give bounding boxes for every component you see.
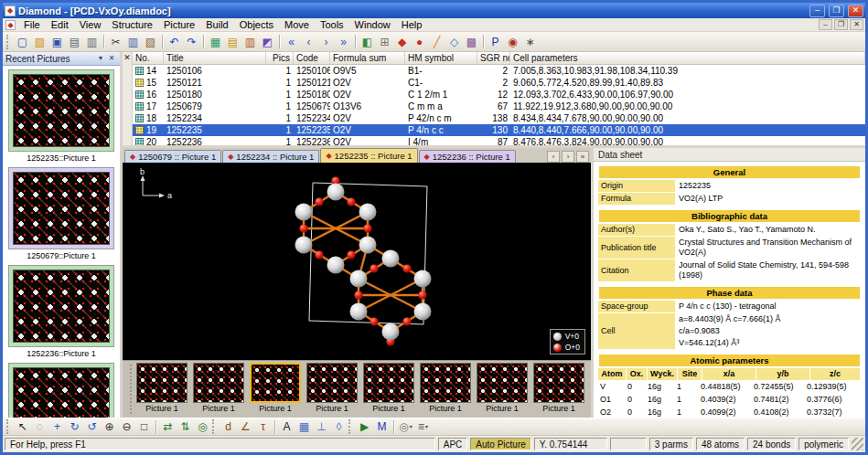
column-header[interactable]: Formula sum <box>330 52 405 64</box>
film-strip-thumbnail[interactable]: Picture 1 <box>190 361 247 418</box>
recent-picture-item[interactable]: 1252236::Picture 1 <box>8 265 114 360</box>
table-row[interactable]: 16125018011250180O2VC 1 2/m 11212.093,3.… <box>133 89 865 101</box>
recent-picture-thumbnail[interactable] <box>13 270 110 343</box>
column-header[interactable]: Code <box>294 52 330 64</box>
view-options-icon[interactable]: ≡▾ <box>414 418 432 435</box>
select-all-icon[interactable]: ◌ <box>31 418 48 435</box>
panel-menu-icon[interactable]: ▾ <box>95 54 106 64</box>
rotate-mode-icon[interactable]: ↻ <box>66 418 83 435</box>
film-strip-thumbnail[interactable]: Picture 1 <box>474 361 530 418</box>
zoom-window-icon[interactable]: □ <box>135 418 153 435</box>
data-sheet-view-icon[interactable]: ▤ <box>224 34 241 50</box>
menu-item-tools[interactable]: Tools <box>315 18 349 32</box>
paste-icon[interactable]: ▧ <box>142 34 159 50</box>
status-auto-picture[interactable]: Auto Picture <box>470 438 530 450</box>
render-scene-icon[interactable]: ◉ <box>504 34 521 50</box>
unit-cell-edges-icon[interactable]: ▦ <box>295 418 313 435</box>
film-strip-thumbnail[interactable]: Picture 1 <box>134 361 190 418</box>
column-header[interactable]: Pics <box>266 52 294 64</box>
film-strip-image[interactable] <box>363 363 414 403</box>
resize-grip[interactable] <box>852 438 863 450</box>
recent-picture-item[interactable] <box>8 363 114 418</box>
movie-recorder-icon[interactable]: M <box>373 418 391 435</box>
preferences-icon[interactable]: ∗ <box>521 34 539 50</box>
column-header[interactable]: HM symbol <box>405 52 477 64</box>
new-document-icon[interactable]: ▢ <box>14 34 31 50</box>
menu-item-objects[interactable]: Objects <box>234 18 279 32</box>
recent-picture-item[interactable]: 1250679::Picture 1 <box>8 167 114 262</box>
structure-table-icon[interactable]: ▦ <box>207 34 224 50</box>
measure-angle-icon[interactable]: ∠ <box>237 418 254 435</box>
distances-angles-icon[interactable]: ▥ <box>241 34 259 50</box>
recent-picture-thumbnail[interactable] <box>13 74 110 147</box>
mdi-restore-button[interactable]: ❐ <box>834 19 848 30</box>
crystal-structure-canvas[interactable]: b a V+0O+0 <box>123 163 591 360</box>
viewing-direction-icon[interactable]: ⊥ <box>313 418 330 435</box>
film-strip-image[interactable] <box>193 363 244 403</box>
povray-export-icon[interactable]: P <box>487 34 504 50</box>
film-strip-thumbnail[interactable]: Picture 1 <box>304 361 360 418</box>
strip-grip-handle[interactable] <box>124 365 132 414</box>
recent-picture-thumbnail[interactable] <box>13 367 110 418</box>
copy-icon[interactable]: ▥ <box>124 34 142 50</box>
menu-item-file[interactable]: File <box>18 18 46 32</box>
column-header[interactable]: Title <box>164 52 266 64</box>
film-strip-image[interactable] <box>533 363 584 403</box>
film-strip-image[interactable] <box>306 363 358 403</box>
rotate-z-icon[interactable]: ◎ <box>194 418 211 435</box>
menu-item-edit[interactable]: Edit <box>46 18 74 32</box>
navigate-previous-icon[interactable]: ‹ <box>300 34 317 50</box>
cut-icon[interactable]: ✂ <box>107 34 124 50</box>
print-preview-icon[interactable]: ▥ <box>83 34 101 50</box>
table-row[interactable]: 14125010611250106O9V5B1-27.005,8.363,10.… <box>133 65 865 77</box>
maximize-button[interactable]: ❐ <box>829 5 844 17</box>
rotate-y-icon[interactable]: ⇅ <box>177 418 194 435</box>
select-mode-icon[interactable]: ↖ <box>14 418 31 435</box>
zoom-out-icon[interactable]: ⊖ <box>118 418 135 435</box>
menu-item-structure[interactable]: Structure <box>106 18 158 32</box>
film-strip-image[interactable] <box>477 363 528 403</box>
measure-distance-icon[interactable]: d <box>220 418 237 435</box>
mdi-close-button[interactable]: ✕ <box>850 19 863 30</box>
redo-icon[interactable]: ↷ <box>183 34 200 50</box>
toolbar-grip-handle[interactable] <box>6 419 11 434</box>
add-atoms-icon[interactable]: ● <box>411 34 428 50</box>
film-strip-thumbnail[interactable]: Picture 1 <box>530 361 587 418</box>
animation-play-icon[interactable]: ▶ <box>356 418 373 435</box>
menu-item-move[interactable]: Move <box>279 18 315 32</box>
table-pane-close-icon[interactable]: ✕ <box>123 53 131 62</box>
toolbar-grip-handle[interactable] <box>6 35 11 49</box>
menu-item-view[interactable]: View <box>74 18 107 32</box>
tab-overflow-icon[interactable]: » <box>576 151 589 163</box>
table-row[interactable]: 18125223411252234O2VP 42/n c m1388.434,8… <box>133 112 865 124</box>
film-strip-thumbnail[interactable]: Picture 1 <box>417 361 474 418</box>
open-document-icon[interactable]: ▨ <box>31 34 48 50</box>
toolbar-grip-handle[interactable] <box>348 419 353 434</box>
film-strip-image[interactable] <box>420 363 471 403</box>
picture-tab[interactable]: ◆1252234 :: Picture 1 <box>222 150 319 163</box>
recent-picture-thumbnail[interactable] <box>13 172 110 245</box>
column-header[interactable]: No. <box>133 52 164 64</box>
fill-unit-cell-icon[interactable]: ▩ <box>463 34 480 50</box>
navigate-next-icon[interactable]: › <box>317 34 335 50</box>
picture-gallery-icon[interactable]: ⊞ <box>376 34 393 50</box>
pointer-coordinates-icon[interactable]: ◎▾ <box>397 418 414 435</box>
toolbar-grip-handle[interactable] <box>212 419 217 434</box>
recent-picture-item[interactable]: 1252235::Picture 1 <box>8 69 114 164</box>
navigate-last-icon[interactable]: » <box>335 34 352 50</box>
column-header[interactable]: Cell parameters <box>510 52 865 64</box>
undo-icon[interactable]: ↶ <box>166 34 183 50</box>
atom-labels-icon[interactable]: A <box>278 418 295 435</box>
tab-scroll-left-icon[interactable]: ‹ <box>547 151 560 163</box>
tab-scroll-right-icon[interactable]: › <box>562 151 574 163</box>
document-icon[interactable]: ◆ <box>5 20 16 30</box>
menu-item-help[interactable]: Help <box>396 18 428 32</box>
film-strip-thumbnail[interactable]: Picture 1 <box>247 361 304 418</box>
picture-tab[interactable]: ◆1250679 :: Picture 1 <box>124 150 221 163</box>
picture-tab-active[interactable]: ◆1252235 :: Picture 1 <box>320 148 417 163</box>
rotate-x-icon[interactable]: ⇄ <box>159 418 177 435</box>
auto-build-icon[interactable]: ◆ <box>393 34 411 50</box>
picture-tab[interactable]: ◆1252236 :: Picture 1 <box>419 150 516 163</box>
polyhedra-icon[interactable]: ◇ <box>445 34 463 50</box>
mdi-minimize-button[interactable]: – <box>819 19 832 30</box>
